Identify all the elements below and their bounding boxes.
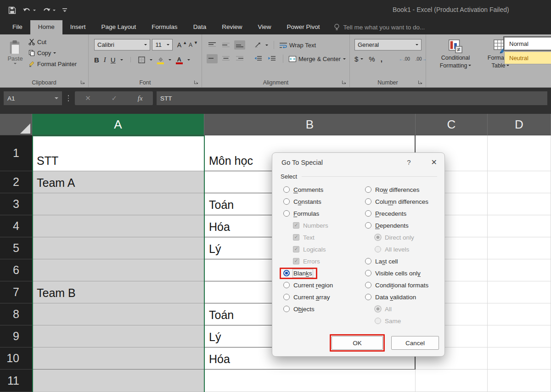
paste-dropdown-caret[interactable] [14, 63, 17, 66]
radio-dependents[interactable] [365, 222, 371, 229]
cell-D6[interactable] [488, 259, 551, 281]
cell-A4[interactable] [32, 215, 204, 237]
number-dialog-launcher[interactable] [418, 80, 423, 85]
decrease-decimal-button[interactable]: .00→ [416, 56, 427, 62]
dialog-help-button[interactable]: ? [407, 158, 410, 166]
cell-D2[interactable] [488, 171, 551, 193]
format-painter-button[interactable]: Format Painter [28, 61, 77, 67]
accounting-format-button[interactable]: $ [354, 55, 363, 63]
radio-data-validation[interactable] [365, 294, 371, 300]
cell-A10[interactable] [32, 347, 204, 370]
cell-A9[interactable] [32, 325, 204, 347]
conditional-formatting-button[interactable]: ≠ Conditional Formatting [434, 39, 477, 70]
shrink-font-button[interactable]: A▼ [189, 42, 198, 48]
select-all-corner[interactable] [0, 114, 32, 135]
font-color-button[interactable]: A [176, 55, 183, 64]
bottom-align-button[interactable] [234, 40, 245, 50]
redo-button[interactable] [42, 7, 56, 14]
bold-button[interactable]: B [94, 56, 99, 64]
comma-style-button[interactable]: , [381, 55, 382, 63]
clipboard-dialog-launcher[interactable] [80, 80, 86, 85]
row-header-2[interactable]: 2 [0, 171, 32, 193]
cell-A11[interactable] [32, 370, 204, 392]
paste-button[interactable]: Paste [5, 39, 26, 66]
cell-D10[interactable] [488, 347, 551, 370]
tab-power-pivot[interactable]: Power Pivot [279, 20, 327, 34]
grow-font-button[interactable]: A▲ [177, 42, 187, 48]
cell-D9[interactable] [488, 325, 551, 347]
cell-D3[interactable] [488, 193, 551, 215]
cell-D7[interactable] [488, 281, 551, 303]
merge-center-dropdown-caret[interactable] [343, 58, 346, 61]
underline-button[interactable]: U [111, 56, 116, 64]
undo-dropdown-caret[interactable] [33, 10, 36, 12]
row-header-11[interactable]: 11 [0, 370, 32, 392]
row-header-1[interactable]: 1 [0, 135, 32, 171]
cell-D8[interactable] [488, 303, 551, 325]
increase-indent-button[interactable] [266, 54, 277, 63]
row-header-6[interactable]: 6 [0, 259, 32, 281]
column-header-A[interactable]: A [32, 114, 204, 135]
insert-function-button[interactable]: fx [138, 95, 143, 102]
cell-A3[interactable] [32, 193, 204, 215]
formula-input[interactable]: STT [157, 91, 547, 105]
tab-data[interactable]: Data [186, 20, 214, 34]
cell-B11[interactable] [204, 370, 416, 392]
radio-last-cell[interactable] [365, 258, 371, 264]
customize-qat-button[interactable] [62, 7, 67, 13]
radio-blanks[interactable] [283, 270, 290, 276]
cut-button[interactable]: Cut [28, 39, 77, 45]
cell-A6[interactable] [32, 259, 204, 281]
column-header-C[interactable]: C [416, 114, 488, 135]
radio-conditional-formats[interactable] [365, 282, 371, 288]
left-align-button[interactable] [207, 54, 218, 63]
middle-align-button[interactable] [220, 40, 231, 50]
cell-A8[interactable] [32, 303, 204, 325]
tab-insert[interactable]: Insert [62, 20, 94, 34]
percent-style-button[interactable]: % [369, 55, 375, 63]
style-neutral[interactable]: Neutral [504, 51, 551, 64]
row-header-9[interactable]: 9 [0, 325, 32, 347]
italic-button[interactable]: I [104, 56, 106, 64]
redo-dropdown-caret[interactable] [53, 10, 56, 12]
cell-D4[interactable] [488, 215, 551, 237]
tell-me-box[interactable]: Tell me what you want to do... [327, 20, 431, 34]
cell-C11[interactable] [416, 370, 488, 392]
row-header-3[interactable]: 3 [0, 193, 32, 215]
row-header-10[interactable]: 10 [0, 347, 32, 370]
radio-visible-cells-only[interactable] [365, 270, 371, 276]
dialog-close-button[interactable]: ✕ [431, 158, 437, 167]
font-color-dropdown-caret[interactable] [187, 59, 190, 62]
number-format-select[interactable]: General [354, 39, 422, 50]
center-align-button[interactable] [220, 54, 231, 63]
ok-button[interactable]: OK [332, 336, 383, 350]
radio-current-region[interactable] [283, 282, 290, 288]
row-header-5[interactable]: 5 [0, 237, 32, 259]
cell-D5[interactable] [488, 237, 551, 259]
formula-bar-splitter[interactable] [62, 91, 75, 101]
alignment-dialog-launcher[interactable] [342, 80, 347, 85]
name-box-caret[interactable] [55, 97, 58, 101]
row-header-8[interactable]: 8 [0, 303, 32, 325]
borders-dropdown-caret[interactable] [150, 59, 152, 62]
font-dialog-launcher[interactable] [194, 80, 199, 85]
radio-column-differences[interactable] [365, 198, 371, 205]
radio-current-array[interactable] [283, 294, 290, 300]
radio-row-differences[interactable] [365, 186, 371, 193]
cell-D1[interactable] [488, 135, 551, 171]
tab-home[interactable]: Home [30, 20, 62, 34]
increase-decimal-button[interactable]: ←.00 [399, 56, 410, 62]
right-align-button[interactable] [234, 54, 245, 63]
merge-center-button[interactable]: Merge & Center [289, 56, 346, 62]
borders-button[interactable] [138, 56, 145, 63]
column-header-B[interactable]: B [204, 114, 416, 135]
wrap-text-button[interactable]: Wrap Text [280, 42, 316, 49]
cell-A1[interactable]: STT [32, 135, 204, 171]
fill-color-dropdown-caret[interactable] [169, 59, 171, 62]
name-box[interactable]: A1 [4, 91, 62, 105]
orientation-button[interactable] [253, 40, 263, 50]
column-header-D[interactable]: D [488, 114, 551, 135]
decrease-indent-button[interactable] [253, 54, 264, 63]
orientation-dropdown-caret[interactable] [265, 45, 268, 47]
radio-constants[interactable] [283, 198, 290, 205]
